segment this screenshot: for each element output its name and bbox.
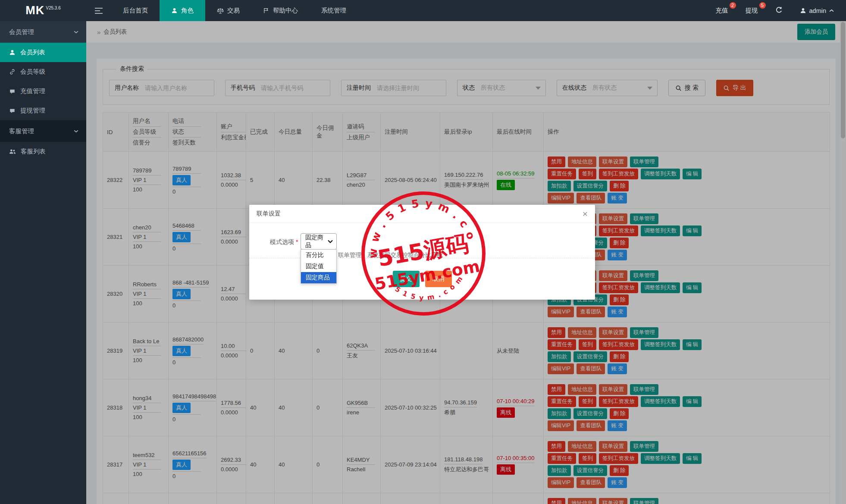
sidebar-group-service-manage[interactable]: 客服管理 [0,120,86,142]
refresh-icon [775,6,783,14]
recharge-manage-icon [9,88,16,94]
mode-select-value: 固定商品 [305,234,328,249]
mode-select-dropdown: 百分比固定值固定商品 [301,249,337,284]
modal-title: 联单设置 [257,210,281,218]
refresh-button[interactable] [775,6,783,15]
help-center-icon [263,7,269,14]
sidebar-item-withdraw-manage[interactable]: 提现管理 [0,101,86,120]
logo-version: V25.3.6 [46,6,60,10]
close-icon[interactable]: × [583,209,588,218]
sidebar-group-label: 客服管理 [9,127,34,135]
chevron-down-icon [74,130,78,133]
sidebar-item-service-list[interactable]: 客服列表 [0,142,86,161]
chevron-down-icon [74,31,78,34]
modal-body: 模式选项* 固定商品 百分比固定值固定商品 联单管理，系统按照交易控制百分比匹配 [249,223,595,258]
logo-text: MK [25,4,44,17]
trade-icon [217,7,224,14]
sidebar: 会员管理会员列表会员等级充值管理提现管理客服管理客服列表 [0,21,86,504]
member-list-icon [9,49,16,56]
nav-item-label: 交易 [227,6,240,15]
nav-item-label: 角色 [181,6,194,15]
select-option-2[interactable]: 固定商品 [301,272,336,283]
nav-item-system-manage[interactable]: 系统管理 [310,0,358,21]
order-settings-modal: 联单设置 × 模式选项* 固定商品 百分比固定值固定商品 联单管理，系统按照交易… [249,205,595,300]
top-navbar: MK V25.3.6 后台首页角色交易帮助中心系统管理 充值2提现5admin [0,0,846,21]
sidebar-item-label: 会员列表 [20,48,45,56]
recharge-count-badge: 2 [730,2,736,9]
nav-item-label: 系统管理 [321,6,346,15]
role-icon [171,7,178,14]
sidebar-item-label: 充值管理 [20,87,45,95]
caret-up-icon [829,9,834,12]
mode-field-label: 模式选项* [270,238,298,246]
main-menu: 后台首页角色交易帮助中心系统管理 [111,0,358,21]
sidebar-item-label: 提现管理 [20,106,45,115]
select-option-0[interactable]: 百分比 [301,250,336,261]
sidebar-item-recharge-manage[interactable]: 充值管理 [0,81,86,101]
withdraw-manage-icon [9,108,16,114]
sidebar-item-member-list[interactable]: 会员列表 [0,43,86,62]
nav-item-label: 后台首页 [123,6,148,15]
user-name: admin [809,7,827,14]
navbar-right: 充值2提现5admin [716,0,846,21]
mode-select[interactable]: 固定商品 [301,233,337,250]
user-menu[interactable]: admin [800,7,834,14]
sidebar-group-label: 会员管理 [9,28,34,36]
withdraw-count-badge: 5 [759,2,766,9]
sidebar-toggle[interactable] [86,0,111,21]
app-logo: MK V25.3.6 [0,0,86,21]
nav-item-role[interactable]: 角色 [160,0,205,21]
nav-shortcut-withdraw[interactable]: 提现5 [746,6,758,15]
nav-item-trade[interactable]: 交易 [205,0,251,21]
nav-shortcut-recharge[interactable]: 充值2 [716,6,728,15]
modal-header: 联单设置 × [249,205,595,223]
mode-hint-text: 联单管理，系统按照交易控制百分比匹配 [338,251,443,259]
service-list-icon [9,149,16,154]
sidebar-item-member-level[interactable]: 会员等级 [0,62,86,81]
sidebar-item-label: 会员等级 [20,68,45,76]
submit-button[interactable]: 提交 [393,271,420,287]
nav-item-dashboard[interactable]: 后台首页 [111,0,160,21]
sidebar-group-member-manage[interactable]: 会员管理 [0,21,86,43]
required-asterisk: * [296,238,298,245]
select-option-1[interactable]: 固定值 [301,261,336,272]
member-level-icon [9,69,16,75]
chevron-down-icon [328,240,333,243]
sidebar-item-label: 客服列表 [21,147,46,156]
nav-item-label: 帮助中心 [273,6,298,15]
nav-item-help-center[interactable]: 帮助中心 [251,0,310,21]
user-avatar-icon [800,7,806,14]
cancel-button[interactable]: 取消 [425,271,452,287]
hamburger-icon [95,8,103,14]
